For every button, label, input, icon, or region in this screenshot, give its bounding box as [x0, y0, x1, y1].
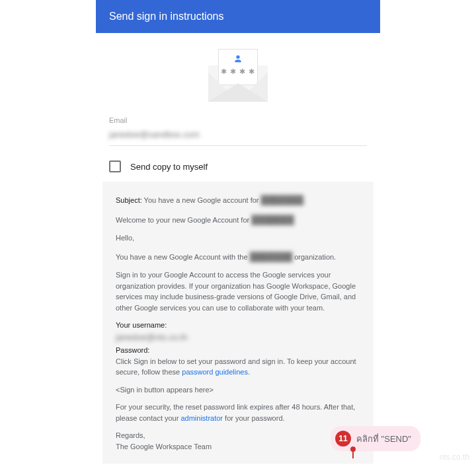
signin-instructions-dialog: Send sign in instructions ✱ ✱ ✱ ✱ Email …: [96, 0, 380, 467]
subject-label: Subject:: [116, 196, 142, 204]
body-text: Sign in to your Google Account to access…: [116, 269, 360, 313]
regards: Regards,: [116, 431, 145, 439]
team-signature: The Google Workspace Team: [116, 443, 212, 450]
administrator-link[interactable]: administrator: [180, 414, 223, 422]
dialog-header: Send sign in instructions: [96, 0, 380, 33]
signin-placeholder: <Sign in button appears here>: [116, 384, 360, 396]
person-icon: [219, 54, 257, 66]
send-copy-row: Send copy to myself: [96, 153, 380, 182]
annotation-callout: 11 คลิกที่ "SEND": [331, 426, 420, 451]
email-value: janedoe@sandbox.com: [109, 129, 200, 139]
annotation-connector-line: [352, 449, 354, 458]
subject-text: You have a new Google account for: [144, 196, 259, 204]
email-section: Email janedoe@sandbox.com: [96, 114, 380, 153]
username-value: janedoe@nts.co.th: [116, 331, 188, 344]
email-field[interactable]: janedoe@sandbox.com: [109, 128, 367, 146]
username-label: Your username:: [116, 321, 167, 329]
password-guidelines-link[interactable]: password guidelines: [182, 368, 248, 376]
email-preview: Subject: You have a new Google account f…: [102, 182, 374, 464]
send-copy-label: Send copy to myself: [130, 162, 208, 172]
annotation-number: 11: [335, 431, 351, 447]
svg-point-0: [236, 55, 239, 59]
watermark: nts.co.th: [440, 452, 469, 462]
send-copy-checkbox[interactable]: [109, 161, 121, 172]
email-label: Email: [109, 116, 367, 124]
hello-text: Hello,: [116, 233, 360, 244]
annotation-text: คลิกที่ "SEND": [356, 432, 411, 446]
envelope-illustration: ✱ ✱ ✱ ✱: [96, 33, 380, 114]
welcome-text: Welcome to your new Google Account for: [116, 216, 249, 224]
password-label: Password:: [116, 346, 149, 354]
dialog-title: Send sign in instructions: [109, 11, 223, 22]
